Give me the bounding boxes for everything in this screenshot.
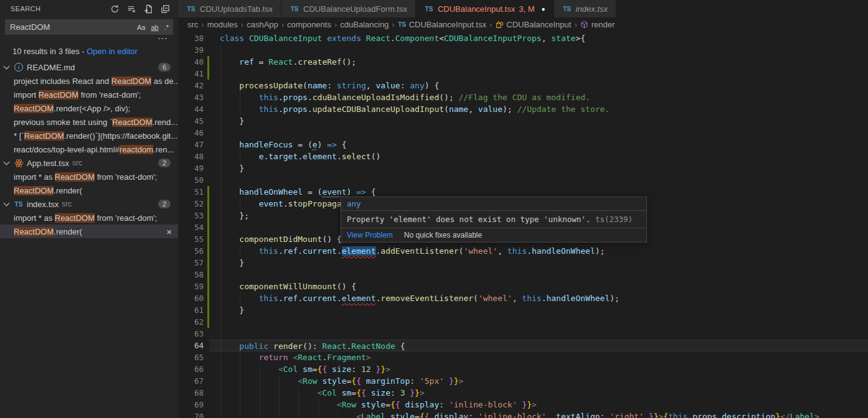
tab-CDUBalanceUploadForm.tsx[interactable]: TSCDUBalanceUploadForm.tsx xyxy=(281,0,416,17)
breadcrumb-item-CDUBalanceInput[interactable]: CDUBalanceInput xyxy=(495,20,571,29)
search-result-item[interactable]: project includes React and ReactDOM as d… xyxy=(0,74,178,88)
line-number[interactable]: 43 xyxy=(178,91,204,103)
line-number[interactable]: 46 xyxy=(178,127,204,139)
search-result-item[interactable]: * [`ReactDOM.render()`](https://facebook… xyxy=(0,129,178,142)
line-number[interactable]: 38 xyxy=(178,32,204,44)
code-line-50[interactable]: 50 xyxy=(178,174,868,186)
breadcrumb-item-CDUBalanceInput.tsx[interactable]: TSCDUBalanceInput.tsx xyxy=(398,20,486,29)
search-result-item[interactable]: import ReactDOM from 'react-dom'; xyxy=(0,88,178,101)
match-whole-word-icon[interactable]: ab xyxy=(149,23,160,32)
search-result-item[interactable]: ReactDOM.render(× xyxy=(0,225,178,238)
search-box[interactable]: Aaab.* xyxy=(5,19,173,35)
match-case-icon[interactable]: Aa xyxy=(135,23,147,32)
search-result-item[interactable]: import * as ReactDOM from 'react-dom'; xyxy=(0,211,178,225)
line-number[interactable]: 65 xyxy=(178,351,204,363)
line-number[interactable]: 69 xyxy=(178,399,204,411)
code-line-69[interactable]: 69 <Row style={{ display: 'inline-block'… xyxy=(178,399,868,411)
breadcrumb-item-render[interactable]: render xyxy=(580,20,615,29)
line-number[interactable]: 62 xyxy=(178,316,204,328)
code-line-59[interactable]: 59 componentWillUnmount() { xyxy=(178,281,868,292)
open-in-editor-link[interactable]: Open in editor xyxy=(87,47,138,56)
line-number[interactable]: 59 xyxy=(178,281,204,292)
line-number[interactable]: 56 xyxy=(178,245,204,257)
breadcrumb-item-modules[interactable]: modules xyxy=(207,20,238,29)
line-number[interactable]: 52 xyxy=(178,198,204,210)
line-number[interactable]: 44 xyxy=(178,103,204,115)
code-line-47[interactable]: 47 handleFocus = (e) => { xyxy=(178,139,868,151)
open-new-search-editor-icon[interactable] xyxy=(143,3,154,14)
line-number[interactable]: 50 xyxy=(178,174,204,186)
line-number[interactable]: 57 xyxy=(178,257,204,269)
code-line-42[interactable]: 42 processUpdate(name: string, value: an… xyxy=(178,80,868,91)
code-line-40[interactable]: 40 ref = React.createRef(); xyxy=(178,56,868,68)
code-line-66[interactable]: 66 <Col sm={{ size: 12 }}> xyxy=(178,363,868,375)
dirty-indicator-icon[interactable]: ● xyxy=(542,6,545,12)
code-line-49[interactable]: 49 } xyxy=(178,162,868,174)
code-line-46[interactable]: 46 xyxy=(178,127,868,139)
use-regex-icon[interactable]: .* xyxy=(163,23,171,32)
line-number[interactable]: 61 xyxy=(178,304,204,316)
search-result-item[interactable]: ReactDOM.render(<App />, div); xyxy=(0,101,178,115)
line-number[interactable]: 51 xyxy=(178,186,204,198)
code-line-39[interactable]: 39 xyxy=(178,44,868,56)
code-line-65[interactable]: 65 return <React.Fragment> xyxy=(178,351,868,363)
line-number[interactable]: 49 xyxy=(178,162,204,174)
clear-search-results-icon[interactable] xyxy=(126,3,137,14)
code-line-45[interactable]: 45 } xyxy=(178,115,868,127)
code-line-61[interactable]: 61 } xyxy=(178,304,868,316)
line-number[interactable]: 40 xyxy=(178,56,204,68)
line-number[interactable]: 39 xyxy=(178,44,204,56)
line-number[interactable]: 67 xyxy=(178,375,204,387)
line-number[interactable]: 41 xyxy=(178,68,204,80)
line-number[interactable]: 45 xyxy=(178,115,204,127)
collapse-all-icon[interactable] xyxy=(159,3,171,14)
code-line-44[interactable]: 44 this.props.updateCDUBalanceUploadInpu… xyxy=(178,103,868,115)
code-line-57[interactable]: 57 } xyxy=(178,257,868,269)
code-line-38[interactable]: 38class CDUBalanceInput extends React.Co… xyxy=(178,32,868,44)
line-number[interactable]: 63 xyxy=(178,328,204,340)
file-result-header-App.test.tsx[interactable]: App.test.tsxsrc2 xyxy=(0,156,178,170)
tab-CDUUploadsTab.tsx[interactable]: TSCDUUploadsTab.tsx xyxy=(178,0,281,17)
line-number[interactable]: 55 xyxy=(178,233,204,245)
code-line-63[interactable]: 63 xyxy=(178,328,868,340)
search-result-item[interactable]: react/docs/top-level-api.html#reactdom.r… xyxy=(0,142,178,156)
code-line-58[interactable]: 58 xyxy=(178,269,868,281)
line-number[interactable]: 42 xyxy=(178,80,204,91)
breadcrumb-item-src[interactable]: src xyxy=(187,20,198,29)
toggle-search-details-icon[interactable]: ··· xyxy=(0,35,178,44)
line-number[interactable]: 64 xyxy=(178,340,204,351)
search-result-item[interactable]: ReactDOM.render( xyxy=(0,183,178,197)
code-line-43[interactable]: 43 this.props.cduBalanceUploadIsModified… xyxy=(178,91,868,103)
code-line-64[interactable]: 64 public render(): React.ReactNode { xyxy=(178,340,868,351)
line-number[interactable]: 54 xyxy=(178,221,204,233)
line-number[interactable]: 53 xyxy=(178,210,204,221)
code-line-68[interactable]: 68 <Col sm={{ size: 3 }}> xyxy=(178,387,868,399)
line-number[interactable]: 68 xyxy=(178,387,204,399)
search-input[interactable] xyxy=(10,22,133,32)
code-line-70[interactable]: 70 <Label style={{ display: 'inline-bloc… xyxy=(178,411,868,418)
code-line-41[interactable]: 41 xyxy=(178,68,868,80)
file-result-header-index.tsx[interactable]: TSindex.tsxsrc2 xyxy=(0,197,178,211)
code-line-62[interactable]: 62 xyxy=(178,316,868,328)
tab-CDUBalanceInput.tsx[interactable]: TSCDUBalanceInput.tsx3, M● xyxy=(416,0,554,17)
line-number[interactable]: 48 xyxy=(178,151,204,162)
code-line-60[interactable]: 60 this.ref.current.element.removeEventL… xyxy=(178,292,868,304)
breadcrumb-item-cashApp[interactable]: cashApp xyxy=(247,20,278,29)
search-result-item[interactable]: previous smoke test using `ReactDOM.rend… xyxy=(0,115,178,129)
code-line-56[interactable]: 56 this.ref.current.element.addEventList… xyxy=(178,245,868,257)
line-number[interactable]: 70 xyxy=(178,411,204,418)
line-number[interactable]: 66 xyxy=(178,363,204,375)
line-number[interactable]: 60 xyxy=(178,292,204,304)
breadcrumb-item-cduBalancing[interactable]: cduBalancing xyxy=(340,20,389,29)
breadcrumb-item-components[interactable]: components xyxy=(287,20,331,29)
line-number[interactable]: 47 xyxy=(178,139,204,151)
code-line-67[interactable]: 67 <Row style={{ marginTop: '5px' }}> xyxy=(178,375,868,387)
tab-index.tsx[interactable]: TSindex.tsx xyxy=(554,0,616,17)
refresh-icon[interactable] xyxy=(109,3,120,14)
file-result-header-README.md[interactable]: iREADME.md6 xyxy=(0,60,178,74)
dismiss-result-icon[interactable]: × xyxy=(163,227,178,236)
line-number[interactable]: 58 xyxy=(178,269,204,281)
search-result-item[interactable]: import * as ReactDOM from 'react-dom'; xyxy=(0,170,178,183)
code-line-48[interactable]: 48 e.target.element.select() xyxy=(178,151,868,162)
view-problem-link[interactable]: View Problem xyxy=(347,231,393,239)
